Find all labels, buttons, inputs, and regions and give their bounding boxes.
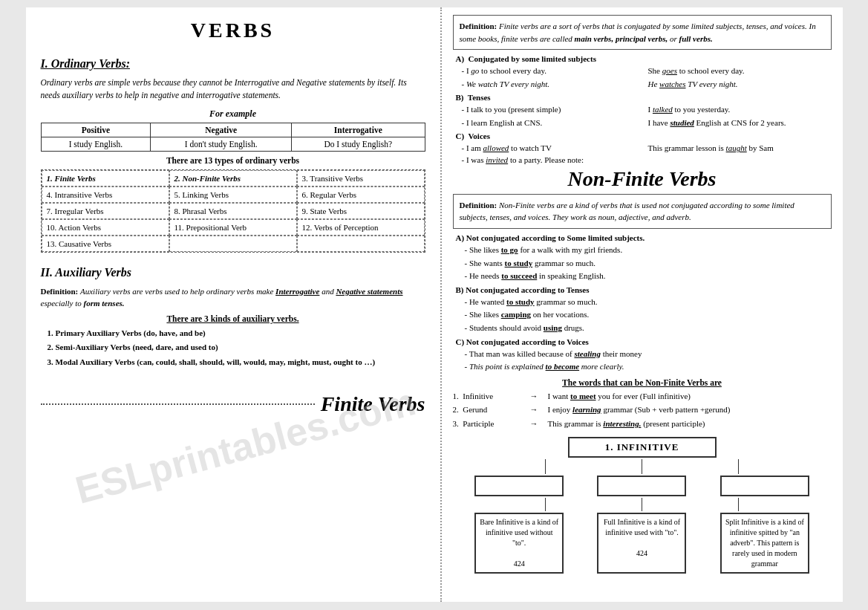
section-a-sentences: - I go to school every day. She goes to …: [462, 65, 832, 91]
section-a-heading: Conjugated by some limited subjects: [469, 54, 596, 63]
arrow-right: [738, 459, 739, 474]
nf-a3: - He needs to succeed in speaking Englis…: [465, 270, 832, 283]
inf-desc-split: Split Infinitive is a kind of infinitive…: [720, 513, 809, 574]
section-a-label: A) Conjugated by some limited subjects: [456, 54, 832, 63]
sent-b2: I talked to you yesterday.: [648, 103, 832, 117]
nonfinite-definition-box: Definition: Non-Finite verbs are a kind …: [453, 194, 832, 229]
arrow-left-2: [545, 498, 546, 511]
type-12: 12. Verbs of Perception: [297, 219, 425, 236]
page-title: VERBS: [41, 19, 425, 42]
section-b-heading: Tenses: [468, 93, 491, 102]
section-b-sentences: - I talk to you (present simple) I talke…: [462, 103, 832, 129]
sent-b3: - I learn English at CNS.: [462, 117, 645, 130]
aux-kinds-heading: There are 3 kinds of auxiliary verbs.: [41, 314, 425, 323]
finite-heading-area: Finite Verbs: [41, 392, 425, 416]
page: VERBS I. Ordinary Verbs: Ordinary verbs …: [26, 7, 843, 602]
nf-c1: - That man was killed because of stealin…: [465, 348, 832, 361]
inf-sub-box-3: [720, 476, 809, 496]
for-example-label: For example: [41, 108, 425, 120]
def-bold-2: Negative statements: [336, 287, 402, 296]
arrow-center: [642, 459, 642, 474]
aux-kind-2: Semi-Auxiliary Verbs (need, dare, and us…: [56, 340, 425, 355]
type-13: 13. Causative Verbs: [42, 236, 169, 252]
section-i-heading: I. Ordinary Verbs:: [41, 57, 425, 71]
finite-def-bold3: full verbs.: [679, 34, 712, 43]
word-2-text: I enjoy learning grammar (Sub + verb pat…: [548, 403, 832, 417]
nf-b-heading: Not conjugated according to Tenses: [466, 285, 589, 294]
word-3-text: This grammar is interesting. (present pa…: [548, 417, 832, 431]
finite-def-bold1: main verbs,: [575, 34, 614, 43]
arrow-left: [545, 459, 546, 474]
arrow-connectors-2: [453, 498, 832, 511]
def-bold-3: form tenses.: [84, 299, 125, 308]
left-column: VERBS I. Ordinary Verbs: Ordinary verbs …: [26, 7, 442, 602]
nf-b3: - Students should avoid using drugs.: [465, 322, 832, 335]
arrow-center-2: [642, 498, 642, 511]
type-8: 8. Phrasal Verbs: [169, 203, 297, 219]
infinitive-main-box: 1. INFINITIVE: [568, 437, 717, 458]
table-row: I study English. I don't study English. …: [41, 137, 425, 151]
section-ii-area: II. Auxiliary Verbs Definition: Auxiliar…: [41, 266, 425, 370]
dotted-line: [41, 403, 315, 405]
nf-a-items: - She likes to go for a walk with my gir…: [465, 244, 832, 283]
inf-desc-row: Bare Infinitive is a kind of infinitive …: [453, 513, 832, 574]
type-10: 10. Action Verbs: [42, 219, 169, 236]
col-interrogative: Interrogative: [292, 123, 425, 137]
word-3-arrow: →: [530, 417, 545, 431]
aux-kinds-list: Primary Auxiliary Verbs (do, have, and b…: [56, 326, 425, 370]
type-empty-1: [169, 236, 297, 252]
nonfinite-title: Non-Finite Verbs: [453, 167, 832, 191]
aux-kind-1: Primary Auxiliary Verbs (do, have, and b…: [56, 326, 425, 341]
words-heading: The words that can be Non-Finite Verbs a…: [453, 378, 832, 387]
sent-c2: This grammar lesson is taught by Sam: [648, 142, 832, 155]
cell-interrogative: Do I study English?: [292, 137, 425, 151]
type-2: 2. Non-Finite Verbs: [169, 170, 297, 186]
type-1: 1. Finite Verbs: [42, 170, 169, 186]
finite-definition-box: Definition: Finite verbs are a sort of v…: [453, 15, 832, 50]
nf-c2: - This point is explained to become more…: [465, 360, 832, 374]
type-7: 7. Irregular Verbs: [42, 203, 169, 219]
section-c-sentences: - I am allowed to watch TV This grammar …: [462, 142, 832, 155]
nf-a1: - She likes to go for a walk with my gir…: [465, 244, 832, 257]
arrow-right-2: [738, 498, 739, 511]
sent-a2: She goes to school every day.: [648, 65, 832, 78]
type-6: 6. Regular Verbs: [297, 186, 425, 203]
section-i-description: Ordinary verbs are simple verbs because …: [41, 77, 425, 103]
nf-c-items: - That man was killed because of stealin…: [465, 348, 832, 374]
finite-def-bold2: principal verbs,: [616, 34, 668, 43]
nf-section-a-label: A) Not conjugated according to Some limi…: [456, 233, 832, 242]
type-11: 11. Prepositional Verb: [169, 219, 297, 236]
sent-a3: - We watch TV every night.: [462, 78, 645, 91]
words-row-2: 2. Gerund → I enjoy learning grammar (Su…: [453, 403, 832, 417]
word-1-arrow: →: [530, 389, 545, 403]
sent-a1: - I go to school every day.: [462, 65, 645, 78]
infinitive-section: 1. INFINITIVE Bare: [453, 437, 832, 574]
col-negative: Negative: [151, 123, 292, 137]
nf-section-b-label: B) Not conjugated according to Tenses: [456, 285, 832, 294]
cell-negative: I don't study English.: [151, 137, 292, 151]
type-empty-2: [297, 236, 425, 252]
types-grid: 1. Finite Verbs 2. Non-Finite Verbs 3. T…: [41, 169, 425, 253]
word-2-arrow: →: [530, 403, 545, 417]
nf-def-label: Definition:: [460, 201, 497, 210]
sent-c3: - I was invited to a party. Please note:: [462, 155, 584, 164]
sent-b4: I have studied English at CNS for 2 year…: [648, 117, 832, 130]
nf-b2: - She likes camping on her vocations.: [465, 308, 832, 322]
cell-positive: I study English.: [41, 137, 151, 151]
col-positive: Positive: [41, 123, 151, 137]
nf-c-heading: Not conjugated according to Voices: [466, 337, 589, 346]
word-3-label: 3. Participle: [453, 417, 527, 431]
type-5: 5. Linking Verbs: [169, 186, 297, 203]
inf-sub-boxes-row: [453, 476, 832, 496]
aux-definition: Definition: Auxiliary verbs are verbs us…: [41, 285, 425, 310]
nf-a-heading: Not conjugated according to Some limited…: [466, 233, 645, 242]
def-text: Auxiliary verbs are verbs used to help o…: [80, 287, 275, 296]
nf-def-text: Non-Finite verbs are a kind of verbs tha…: [460, 201, 794, 222]
type-4: 4. Intransitive Verbs: [42, 186, 169, 203]
inf-sub-box-2: [597, 476, 686, 496]
example-table: Positive Negative Interrogative I study …: [41, 123, 425, 152]
words-row-3: 3. Participle → This grammar is interest…: [453, 417, 832, 431]
def-label: Definition:: [41, 287, 79, 296]
inf-sub-box-1: [474, 476, 564, 496]
section-c-heading: Voices: [468, 132, 490, 140]
